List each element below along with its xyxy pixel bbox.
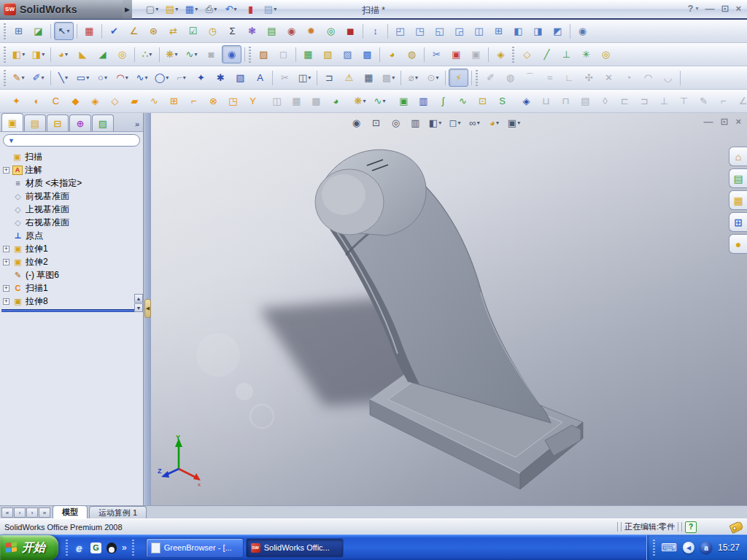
verification-button[interactable]: ◎ [322, 23, 340, 39]
render-region-button[interactable]: ◻ [274, 46, 293, 63]
point-button[interactable]: ✱ [212, 69, 230, 86]
dropdown-arrow-icon[interactable]: ▾ [86, 74, 89, 81]
panel-tab-configurations[interactable] [47, 114, 69, 131]
rollback-bar[interactable] [1, 309, 142, 312]
sheet-metal-tag-button[interactable]: ◈ [517, 93, 535, 109]
view-trimetric-button[interactable]: ◨ [529, 23, 547, 39]
pad-button[interactable]: ▰ [125, 93, 144, 109]
sketch-button[interactable]: ✎▾ [9, 69, 28, 86]
view-top-button[interactable]: ◫ [470, 23, 488, 39]
simulation-button[interactable]: ◼ [341, 23, 360, 39]
tree-item[interactable]: +拉伸8 [1, 295, 143, 308]
toolbar-grip[interactable] [512, 47, 514, 63]
dropdown-arrow-icon[interactable]: ▾ [382, 98, 385, 104]
relation-symmetric-button[interactable]: ◡ [659, 69, 677, 86]
miter-flange-button[interactable]: ▤ [576, 93, 595, 109]
deviation-analysis-button[interactable]: ▤ [263, 23, 281, 39]
performance-button[interactable]: ▮ [241, 1, 260, 18]
help-dropdown-icon[interactable]: ▾ [695, 5, 698, 12]
dropdown-arrow-icon[interactable]: ▾ [65, 74, 68, 81]
qq-penguin-icon[interactable] [107, 542, 117, 553]
model-3d[interactable] [151, 113, 747, 505]
dome-button[interactable]: ∿ [145, 93, 163, 109]
menu-flyout-arrow-icon[interactable]: ▶ [123, 0, 132, 19]
tree-item[interactable]: 原点 [1, 229, 143, 242]
sketch-warning-button[interactable]: ⚠ [340, 69, 358, 86]
fold-button[interactable]: ✎ [694, 93, 713, 109]
restore-button[interactable]: ⊡ [721, 3, 729, 14]
spell-checker-button[interactable]: ✔ [105, 23, 123, 39]
section-view-button[interactable]: ◣ [74, 46, 92, 63]
dropdown-arrow-icon[interactable]: ▾ [436, 74, 438, 81]
task-button-greenbrowser[interactable]: GreenBrowser - [... [146, 538, 244, 558]
fillet-button[interactable]: ◕ [327, 93, 345, 109]
relation-parallel-button[interactable]: ≈ [541, 69, 559, 86]
rib-button[interactable]: Y [244, 93, 262, 109]
tree-root-item[interactable]: 扫描 [1, 150, 143, 163]
quick-launch-overflow-button[interactable]: » [122, 542, 127, 553]
start-button[interactable]: 开始 [0, 535, 58, 560]
panel-tabs-overflow-button[interactable]: » [135, 120, 142, 131]
dropdown-arrow-icon[interactable]: ▾ [214, 6, 217, 12]
taskpane-tab-solidworks-resources[interactable]: ⌂ [729, 147, 747, 166]
spline-tools-button[interactable]: ∿▾ [182, 46, 201, 63]
view-isometric-button[interactable]: ◧ [509, 23, 527, 39]
dropdown-arrow-icon[interactable]: ▾ [457, 120, 460, 126]
section-plane-button[interactable]: ◢ [93, 46, 112, 63]
splitter-collapse-handle[interactable]: ◀ [144, 299, 151, 318]
open-document-button[interactable]: ▤▾ [163, 1, 181, 18]
zoom-to-area-button[interactable]: ⊡ [367, 114, 385, 131]
tab-model[interactable]: 模型 [53, 505, 88, 518]
swept-boss-button[interactable]: ✦ [7, 93, 26, 109]
mate-reference-button[interactable]: ◎ [597, 46, 615, 63]
dropdown-arrow-icon[interactable]: ▾ [125, 74, 128, 81]
convert-entities-button[interactable]: ◫▾ [295, 69, 314, 86]
revolved-boss-button[interactable]: ◖ [27, 93, 45, 109]
scroll-up-button[interactable]: ▲ [134, 294, 143, 303]
tab-motion-study[interactable]: 运动算例 1 [89, 506, 147, 518]
dropdown-arrow-icon[interactable]: ▾ [144, 74, 147, 81]
base-flange-button[interactable]: ⊔ [537, 93, 555, 109]
unfold-button[interactable]: ⊤ [675, 93, 693, 109]
scroll-down-button[interactable]: ▼ [134, 303, 143, 312]
projected-curve-button[interactable]: ∿ [454, 93, 472, 109]
toolbar-grip[interactable] [4, 47, 6, 63]
materials-editor-button[interactable]: ◍ [403, 46, 421, 63]
coordinate-system-button[interactable]: ⊥ [557, 46, 576, 63]
instant3d-button[interactable]: ◉ [222, 45, 241, 63]
linear-sketch-pattern-button[interactable]: ▦ [360, 69, 378, 86]
options-button[interactable]: ▤▾ [261, 1, 279, 18]
instant-ruler-button[interactable]: ▥ [414, 93, 433, 109]
tree-item[interactable]: +扫描1 [1, 281, 143, 295]
panel-tab-dimxpert[interactable] [69, 114, 91, 131]
extruded-boss-button[interactable]: ◈ [86, 93, 104, 109]
reference-dimension-button[interactable]: ↕ [366, 23, 384, 39]
relation-tangent-button[interactable]: ⌒ [521, 69, 539, 86]
minimize-button[interactable]: — [705, 3, 715, 14]
display-states-button[interactable]: ∴▾ [138, 46, 156, 63]
dropdown-arrow-icon[interactable]: ▾ [363, 98, 365, 104]
taskpane-tab-appearances-scenes[interactable]: ● [729, 234, 747, 254]
toolbar-grip[interactable] [4, 70, 6, 86]
equations-button[interactable]: Σ [223, 23, 241, 39]
modify-sketch-button[interactable]: ⌀▾ [404, 69, 422, 86]
close-button[interactable]: × [735, 3, 741, 14]
align-tool-button[interactable]: ◙ [202, 46, 220, 63]
snap-options-button[interactable]: ❋▾ [351, 93, 369, 109]
shaded-view-button[interactable]: ◕▾ [54, 46, 72, 63]
relation-horizontal-button[interactable]: ✐ [481, 69, 500, 86]
view-orientation-hud-button[interactable]: ◧▾ [426, 114, 444, 131]
view-bottom-button[interactable]: ⊞ [489, 23, 508, 39]
3d-sketch-button[interactable]: ✐▾ [29, 69, 47, 86]
edge-flange-button[interactable]: ⊓ [557, 93, 575, 109]
bend-button[interactable]: ⌐ [185, 93, 203, 109]
zoom-previous-button[interactable]: ◎ [387, 114, 405, 131]
toolbar-grip[interactable] [476, 70, 478, 86]
taskpane-tab-view-palette[interactable]: ⊞ [729, 212, 747, 232]
quick-launch-grip[interactable] [66, 540, 68, 556]
dropdown-arrow-icon[interactable]: ▾ [308, 74, 311, 81]
line-button[interactable]: ╲▾ [54, 69, 72, 86]
panel-splitter[interactable]: ◀ [143, 113, 151, 505]
paste-appearance-button[interactable]: ▣ [467, 46, 485, 63]
curvature-comb-button[interactable]: ❃ [243, 23, 261, 39]
